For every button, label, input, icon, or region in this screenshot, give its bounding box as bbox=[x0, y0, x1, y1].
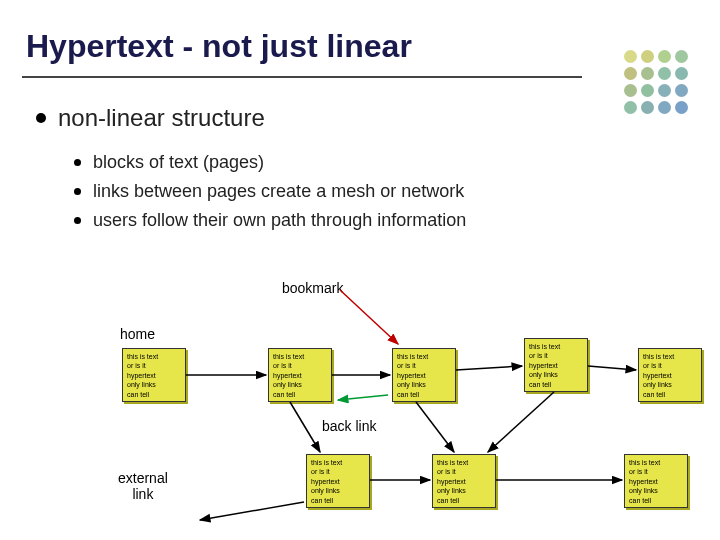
svg-line-8 bbox=[488, 392, 554, 452]
label-bookmark: bookmark bbox=[282, 280, 343, 296]
svg-line-3 bbox=[588, 366, 636, 370]
bullet-icon bbox=[74, 159, 81, 166]
page-node: this is text or is it hypertext only lin… bbox=[392, 348, 456, 402]
bullet-icon bbox=[36, 113, 46, 123]
label-external: external link bbox=[118, 470, 168, 502]
bullet-main-text: non-linear structure bbox=[58, 104, 265, 132]
bullet-sub-2-text: links between pages create a mesh or net… bbox=[93, 181, 464, 202]
page-node: this is text or is it hypertext only lin… bbox=[268, 348, 332, 402]
bullet-sub-3: users follow their own path through info… bbox=[74, 210, 466, 231]
bullet-icon bbox=[74, 188, 81, 195]
bullet-main: non-linear structure bbox=[36, 104, 265, 132]
label-home: home bbox=[120, 326, 155, 342]
page-node: this is text or is it hypertext only lin… bbox=[638, 348, 702, 402]
svg-line-6 bbox=[290, 402, 320, 452]
title-rule bbox=[22, 76, 582, 78]
label-backlink: back link bbox=[322, 418, 376, 434]
bullet-sub-2: links between pages create a mesh or net… bbox=[74, 181, 464, 202]
page-node: this is text or is it hypertext only lin… bbox=[306, 454, 370, 508]
bullet-sub-3-text: users follow their own path through info… bbox=[93, 210, 466, 231]
bullet-sub-1-text: blocks of text (pages) bbox=[93, 152, 264, 173]
svg-line-2 bbox=[456, 366, 522, 370]
svg-line-7 bbox=[416, 402, 454, 452]
page-node: this is text or is it hypertext only lin… bbox=[524, 338, 588, 392]
page-node: this is text or is it hypertext only lin… bbox=[432, 454, 496, 508]
svg-line-11 bbox=[200, 502, 304, 520]
slide-title: Hypertext - not just linear bbox=[26, 28, 412, 65]
page-node: this is text or is it hypertext only lin… bbox=[624, 454, 688, 508]
svg-line-4 bbox=[340, 290, 398, 344]
bullet-icon bbox=[74, 217, 81, 224]
page-node: this is text or is it hypertext only lin… bbox=[122, 348, 186, 402]
bullet-sub-1: blocks of text (pages) bbox=[74, 152, 264, 173]
svg-line-5 bbox=[338, 395, 388, 400]
decorative-dots bbox=[624, 50, 690, 116]
